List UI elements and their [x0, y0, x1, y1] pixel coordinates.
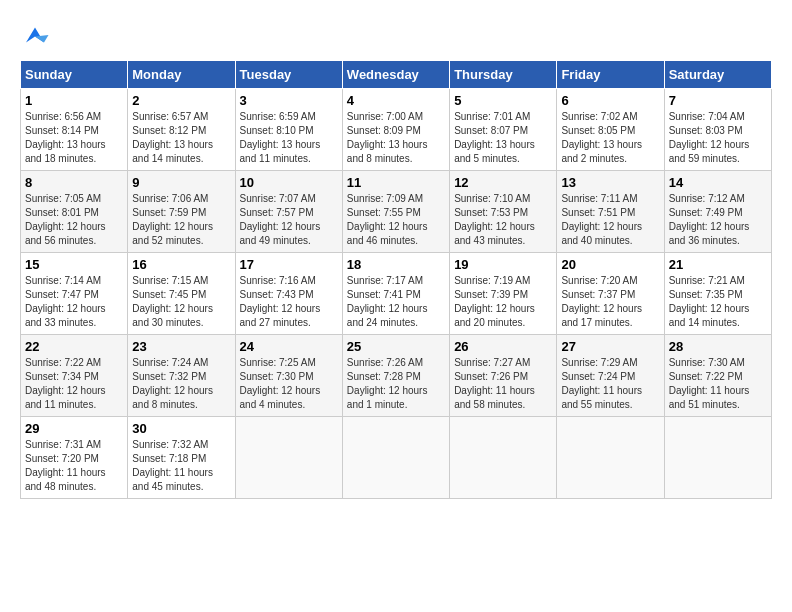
day-info: Sunrise: 6:59 AMSunset: 8:10 PMDaylight:… [240, 110, 338, 166]
calendar-cell: 15Sunrise: 7:14 AMSunset: 7:47 PMDayligh… [21, 253, 128, 335]
calendar-cell: 22Sunrise: 7:22 AMSunset: 7:34 PMDayligh… [21, 335, 128, 417]
calendar-cell: 6Sunrise: 7:02 AMSunset: 8:05 PMDaylight… [557, 89, 664, 171]
day-info: Sunrise: 7:07 AMSunset: 7:57 PMDaylight:… [240, 192, 338, 248]
calendar-day-header: Thursday [450, 61, 557, 89]
day-info: Sunrise: 7:17 AMSunset: 7:41 PMDaylight:… [347, 274, 445, 330]
day-number: 5 [454, 93, 552, 108]
calendar-day-header: Sunday [21, 61, 128, 89]
calendar-cell: 25Sunrise: 7:26 AMSunset: 7:28 PMDayligh… [342, 335, 449, 417]
day-info: Sunrise: 7:30 AMSunset: 7:22 PMDaylight:… [669, 356, 767, 412]
day-info: Sunrise: 7:06 AMSunset: 7:59 PMDaylight:… [132, 192, 230, 248]
calendar-cell: 8Sunrise: 7:05 AMSunset: 8:01 PMDaylight… [21, 171, 128, 253]
day-number: 24 [240, 339, 338, 354]
calendar-cell: 19Sunrise: 7:19 AMSunset: 7:39 PMDayligh… [450, 253, 557, 335]
day-info: Sunrise: 7:14 AMSunset: 7:47 PMDaylight:… [25, 274, 123, 330]
logo-icon [20, 20, 50, 50]
calendar-cell: 23Sunrise: 7:24 AMSunset: 7:32 PMDayligh… [128, 335, 235, 417]
day-number: 17 [240, 257, 338, 272]
day-info: Sunrise: 7:27 AMSunset: 7:26 PMDaylight:… [454, 356, 552, 412]
day-info: Sunrise: 7:19 AMSunset: 7:39 PMDaylight:… [454, 274, 552, 330]
day-number: 8 [25, 175, 123, 190]
day-number: 3 [240, 93, 338, 108]
calendar-cell: 13Sunrise: 7:11 AMSunset: 7:51 PMDayligh… [557, 171, 664, 253]
calendar-week-row: 15Sunrise: 7:14 AMSunset: 7:47 PMDayligh… [21, 253, 772, 335]
day-number: 28 [669, 339, 767, 354]
day-number: 22 [25, 339, 123, 354]
day-info: Sunrise: 7:25 AMSunset: 7:30 PMDaylight:… [240, 356, 338, 412]
day-info: Sunrise: 7:15 AMSunset: 7:45 PMDaylight:… [132, 274, 230, 330]
day-info: Sunrise: 7:24 AMSunset: 7:32 PMDaylight:… [132, 356, 230, 412]
calendar-week-row: 8Sunrise: 7:05 AMSunset: 8:01 PMDaylight… [21, 171, 772, 253]
day-number: 26 [454, 339, 552, 354]
day-info: Sunrise: 7:09 AMSunset: 7:55 PMDaylight:… [347, 192, 445, 248]
calendar-cell: 16Sunrise: 7:15 AMSunset: 7:45 PMDayligh… [128, 253, 235, 335]
day-number: 7 [669, 93, 767, 108]
day-number: 9 [132, 175, 230, 190]
calendar-cell: 24Sunrise: 7:25 AMSunset: 7:30 PMDayligh… [235, 335, 342, 417]
calendar-cell: 11Sunrise: 7:09 AMSunset: 7:55 PMDayligh… [342, 171, 449, 253]
calendar-cell [235, 417, 342, 499]
day-number: 6 [561, 93, 659, 108]
day-number: 12 [454, 175, 552, 190]
calendar-cell: 2Sunrise: 6:57 AMSunset: 8:12 PMDaylight… [128, 89, 235, 171]
calendar-cell: 21Sunrise: 7:21 AMSunset: 7:35 PMDayligh… [664, 253, 771, 335]
day-info: Sunrise: 7:01 AMSunset: 8:07 PMDaylight:… [454, 110, 552, 166]
day-number: 1 [25, 93, 123, 108]
day-number: 23 [132, 339, 230, 354]
calendar-day-header: Monday [128, 61, 235, 89]
day-number: 11 [347, 175, 445, 190]
day-info: Sunrise: 7:26 AMSunset: 7:28 PMDaylight:… [347, 356, 445, 412]
calendar-cell: 27Sunrise: 7:29 AMSunset: 7:24 PMDayligh… [557, 335, 664, 417]
calendar-week-row: 29Sunrise: 7:31 AMSunset: 7:20 PMDayligh… [21, 417, 772, 499]
day-info: Sunrise: 7:12 AMSunset: 7:49 PMDaylight:… [669, 192, 767, 248]
calendar-cell: 1Sunrise: 6:56 AMSunset: 8:14 PMDaylight… [21, 89, 128, 171]
calendar-cell: 29Sunrise: 7:31 AMSunset: 7:20 PMDayligh… [21, 417, 128, 499]
calendar-week-row: 1Sunrise: 6:56 AMSunset: 8:14 PMDaylight… [21, 89, 772, 171]
calendar-cell [557, 417, 664, 499]
day-number: 15 [25, 257, 123, 272]
day-info: Sunrise: 7:02 AMSunset: 8:05 PMDaylight:… [561, 110, 659, 166]
calendar-cell [342, 417, 449, 499]
calendar-cell: 12Sunrise: 7:10 AMSunset: 7:53 PMDayligh… [450, 171, 557, 253]
day-info: Sunrise: 6:57 AMSunset: 8:12 PMDaylight:… [132, 110, 230, 166]
calendar-cell: 7Sunrise: 7:04 AMSunset: 8:03 PMDaylight… [664, 89, 771, 171]
day-info: Sunrise: 7:22 AMSunset: 7:34 PMDaylight:… [25, 356, 123, 412]
day-number: 16 [132, 257, 230, 272]
calendar-header-row: SundayMondayTuesdayWednesdayThursdayFrid… [21, 61, 772, 89]
day-number: 29 [25, 421, 123, 436]
day-info: Sunrise: 7:04 AMSunset: 8:03 PMDaylight:… [669, 110, 767, 166]
day-number: 21 [669, 257, 767, 272]
day-info: Sunrise: 7:00 AMSunset: 8:09 PMDaylight:… [347, 110, 445, 166]
calendar-cell: 4Sunrise: 7:00 AMSunset: 8:09 PMDaylight… [342, 89, 449, 171]
day-info: Sunrise: 6:56 AMSunset: 8:14 PMDaylight:… [25, 110, 123, 166]
calendar-cell: 14Sunrise: 7:12 AMSunset: 7:49 PMDayligh… [664, 171, 771, 253]
day-info: Sunrise: 7:16 AMSunset: 7:43 PMDaylight:… [240, 274, 338, 330]
day-info: Sunrise: 7:11 AMSunset: 7:51 PMDaylight:… [561, 192, 659, 248]
day-number: 13 [561, 175, 659, 190]
calendar-cell: 9Sunrise: 7:06 AMSunset: 7:59 PMDaylight… [128, 171, 235, 253]
calendar-week-row: 22Sunrise: 7:22 AMSunset: 7:34 PMDayligh… [21, 335, 772, 417]
calendar-cell: 26Sunrise: 7:27 AMSunset: 7:26 PMDayligh… [450, 335, 557, 417]
day-number: 18 [347, 257, 445, 272]
calendar-table: SundayMondayTuesdayWednesdayThursdayFrid… [20, 60, 772, 499]
day-info: Sunrise: 7:05 AMSunset: 8:01 PMDaylight:… [25, 192, 123, 248]
day-number: 2 [132, 93, 230, 108]
day-info: Sunrise: 7:29 AMSunset: 7:24 PMDaylight:… [561, 356, 659, 412]
calendar-cell: 5Sunrise: 7:01 AMSunset: 8:07 PMDaylight… [450, 89, 557, 171]
calendar-day-header: Tuesday [235, 61, 342, 89]
day-number: 25 [347, 339, 445, 354]
calendar-cell [664, 417, 771, 499]
header [20, 20, 772, 50]
calendar-cell: 3Sunrise: 6:59 AMSunset: 8:10 PMDaylight… [235, 89, 342, 171]
day-number: 27 [561, 339, 659, 354]
calendar-day-header: Saturday [664, 61, 771, 89]
day-number: 30 [132, 421, 230, 436]
calendar-cell: 17Sunrise: 7:16 AMSunset: 7:43 PMDayligh… [235, 253, 342, 335]
day-number: 19 [454, 257, 552, 272]
calendar-cell [450, 417, 557, 499]
day-info: Sunrise: 7:20 AMSunset: 7:37 PMDaylight:… [561, 274, 659, 330]
day-number: 20 [561, 257, 659, 272]
calendar-cell: 30Sunrise: 7:32 AMSunset: 7:18 PMDayligh… [128, 417, 235, 499]
day-info: Sunrise: 7:31 AMSunset: 7:20 PMDaylight:… [25, 438, 123, 494]
calendar-day-header: Friday [557, 61, 664, 89]
